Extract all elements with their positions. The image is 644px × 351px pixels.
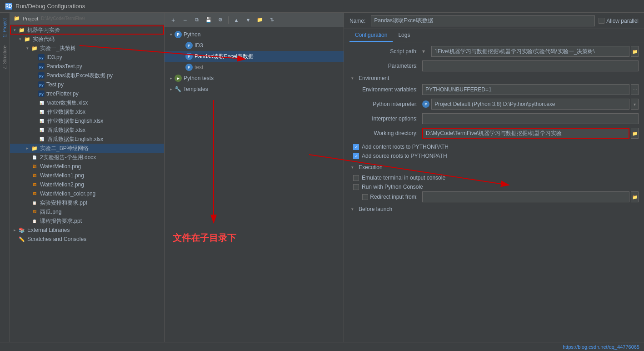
sidebar-item-watermelon-xlsx[interactable]: 📊 西瓜数据集.xlsx <box>10 125 164 135</box>
remove-config-button[interactable]: − <box>180 15 190 25</box>
sidebar-item-ext-libs[interactable]: 📚 External Libraries <box>10 226 164 235</box>
tree-arrow <box>32 127 37 133</box>
png-icon: 🖼 <box>31 208 38 216</box>
sidebar-item-exp-ppt[interactable]: 📋 实验安排和要求.ppt <box>10 198 164 207</box>
config-group-python-tests[interactable]: ▶ Python tests <box>165 73 344 84</box>
redirect-input-checkbox[interactable] <box>362 194 368 200</box>
tree-arrow <box>12 27 17 33</box>
sidebar-item-exp1[interactable]: 📁 实验一_决策树 <box>10 44 164 53</box>
sidebar-item-pandasexcel[interactable]: py Pandas读取Excel表数据.py <box>10 71 164 80</box>
interpreter-dropdown[interactable]: ▾ <box>631 99 639 110</box>
parameters-input[interactable] <box>422 60 639 71</box>
run-with-python-console-checkbox[interactable] <box>353 184 359 190</box>
sidebar-item-pandastest[interactable]: py PandasTest.py <box>10 62 164 71</box>
sidebar-item-treeplotter[interactable]: py treePlotter.py <box>10 89 164 98</box>
allow-parallel-checkbox[interactable] <box>599 18 604 24</box>
folder-button[interactable]: 📁 <box>255 15 265 25</box>
ppt-icon: 📋 <box>31 199 38 206</box>
vertical-tab-structure[interactable]: Z: Structure <box>1 42 9 73</box>
sidebar-item-exp2[interactable]: 📁 实验二_BP神经网络 <box>10 144 164 153</box>
sidebar-item-homework-en-xlsx[interactable]: 📊 作业数据集English.xlsx <box>10 116 164 125</box>
working-dir-label: Working directory: <box>349 130 422 136</box>
sidebar-item-watermellon1-png[interactable]: 🖼 WaterMellon1.png <box>10 171 164 180</box>
sidebar-item-label: 西瓜.png <box>40 208 61 216</box>
env-vars-browse[interactable]: ⋯ <box>631 84 639 95</box>
sidebar-item-scratches[interactable]: ✏️ Scratches and Consoles <box>10 235 164 244</box>
sidebar-item-id3py[interactable]: py ID3.py <box>10 53 164 62</box>
move-up-button[interactable]: ▲ <box>231 15 241 25</box>
sort-button[interactable]: ⇅ <box>267 15 277 25</box>
script-path-input[interactable] <box>431 46 629 57</box>
config-group-python[interactable]: P Python <box>165 29 344 40</box>
vertical-tab-strip: 1: Project Z: Structure <box>0 13 10 342</box>
env-vars-input[interactable] <box>422 84 629 95</box>
folder-icon: 📁 <box>18 26 25 34</box>
save-config-button[interactable]: 💾 <box>204 15 214 25</box>
redirect-input-value: 📁 <box>422 191 639 202</box>
tree-arrow <box>25 173 30 178</box>
sidebar-item-testpy[interactable]: py Test.py <box>10 80 164 89</box>
add-source-roots-checkbox[interactable]: ✓ <box>353 153 359 159</box>
tree-arrow <box>32 100 37 105</box>
add-source-roots-row: ✓ Add source roots to PYTHONPATH <box>349 151 639 160</box>
before-launch-section[interactable]: Before launch <box>349 206 639 212</box>
sidebar-item-watermelon-en-xlsx[interactable]: 📊 西瓜数据集English.xlsx <box>10 135 164 144</box>
sidebar-item-label: 课程报告要求.ppt <box>40 217 82 225</box>
environment-section[interactable]: Environment <box>349 75 639 81</box>
tab-logs[interactable]: Logs <box>393 29 415 42</box>
config-group-templates[interactable]: 🔧 Templates <box>165 84 344 95</box>
app-icon: RD <box>5 3 12 10</box>
parameters-row: Parameters: <box>349 60 639 71</box>
tree-arrow <box>32 109 37 115</box>
sidebar-item-watermellon2-png[interactable]: 🖼 WaterMellon2.png <box>10 180 164 189</box>
vertical-tab-project[interactable]: 1: Project <box>1 15 9 41</box>
tree-arrow <box>17 36 23 42</box>
config-item-label: Python <box>184 31 200 38</box>
redirect-input-input[interactable] <box>422 191 629 202</box>
config-item-test[interactable]: P test <box>165 62 344 73</box>
tree-arrow <box>32 73 37 78</box>
main-area: 1: Project Z: Structure 📁 Project D:\MyC… <box>0 13 644 342</box>
section-arrow <box>349 165 355 170</box>
tree-arrow <box>25 218 30 224</box>
sidebar-item-root[interactable]: 📁 机器学习实验 <box>10 25 164 35</box>
sidebar-item-xigua-png[interactable]: 🖼 西瓜.png <box>10 207 164 216</box>
execution-section[interactable]: Execution <box>349 164 639 170</box>
move-down-button[interactable]: ▼ <box>243 15 253 25</box>
working-dir-browse[interactable]: 📁 <box>631 128 639 139</box>
sidebar-item-label: ID3.py <box>46 54 62 60</box>
config-item-id3[interactable]: P ID3 <box>165 40 344 51</box>
tree-arrow <box>168 86 174 92</box>
python-interpreter-input[interactable] <box>431 99 629 110</box>
emulate-terminal-checkbox[interactable] <box>353 175 359 181</box>
tree-arrow <box>32 64 37 69</box>
py-icon: py <box>38 72 45 79</box>
config-item-pandas[interactable]: P Pandas读取Excel表数据 <box>165 51 344 62</box>
sidebar-item-water-xlsx[interactable]: 📊 water数据集.xlsx <box>10 98 164 107</box>
environment-label: Environment <box>359 75 389 81</box>
redirect-input-browse[interactable]: 📁 <box>631 191 639 202</box>
sidebar-item-homework-xlsx[interactable]: 📊 作业数据集.xlsx <box>10 107 164 116</box>
copy-config-button[interactable]: ⧉ <box>192 15 202 25</box>
sidebar-item-course-ppt[interactable]: 📋 课程报告要求.ppt <box>10 216 164 226</box>
redirect-input-row: Redirect input from: 📁 <box>349 191 639 202</box>
sidebar-item-watermellon-color-png[interactable]: 🖼 WaterMellon_color.png <box>10 189 164 198</box>
add-config-button[interactable]: + <box>168 15 178 25</box>
config-item-label: Python tests <box>184 75 214 81</box>
script-path-dropdown[interactable]: ▾ <box>422 46 429 57</box>
working-dir-input[interactable] <box>422 128 629 139</box>
png-icon: 🖼 <box>31 190 38 197</box>
settings-config-button[interactable]: ⚙ <box>215 15 225 25</box>
sidebar-item-label: Test.py <box>46 81 64 88</box>
add-content-roots-checkbox[interactable]: ✓ <box>353 144 359 150</box>
csdn-link[interactable]: https://blog.csdn.net/qq_44776065 <box>563 344 639 350</box>
sidebar-item-docx[interactable]: 📄 2实验报告-学生用.docx <box>10 153 164 162</box>
name-input[interactable] <box>371 15 595 26</box>
sidebar-item-watermellon-png[interactable]: 🖼 WaterMellon.png <box>10 162 164 171</box>
tree-arrow <box>12 236 17 242</box>
sidebar-item-exp-code[interactable]: 📁 实验代码 <box>10 35 164 44</box>
tab-configuration[interactable]: Configuration <box>349 29 393 42</box>
script-path-browse[interactable]: 📁 <box>631 46 639 57</box>
interpreter-options-input[interactable] <box>422 113 639 124</box>
interpreter-options-value <box>422 113 639 124</box>
